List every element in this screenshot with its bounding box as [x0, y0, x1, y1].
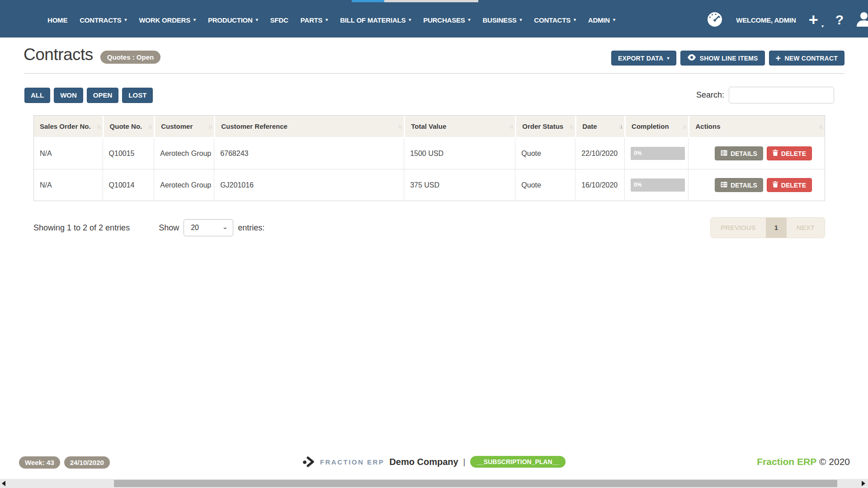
scroll-right-arrow-icon[interactable]	[862, 481, 865, 486]
nav-item-work-orders[interactable]: WORK ORDERS▾	[139, 16, 195, 24]
nav-item-contracts[interactable]: CONTRACTS▾	[80, 16, 127, 24]
column-header-sales-order-no[interactable]: Sales Order No.↑↓	[34, 116, 103, 138]
completion-progress-bar: 0%	[631, 178, 685, 192]
sort-icon: ↑↓	[208, 123, 211, 130]
cell-date: 22/10/2020	[575, 138, 624, 169]
cell-sales-order-no: N/A	[34, 169, 103, 201]
chevron-down-icon: ▾	[613, 18, 615, 22]
scrollbar-thumb[interactable]	[114, 480, 837, 487]
quick-add-button[interactable]: +▾	[809, 13, 823, 27]
chevron-down-icon: ▾	[821, 24, 824, 28]
cell-order-status: Quote	[515, 169, 575, 201]
cell-customer: Aerotech Group	[154, 138, 214, 169]
show-line-items-button[interactable]: SHOW LINE ITEMS	[680, 51, 765, 66]
cell-customer-reference: 6768243	[214, 138, 404, 169]
column-header-actions[interactable]: Actions↑↓	[688, 116, 825, 138]
separator: |	[463, 457, 466, 467]
company-name: Demo Company	[389, 457, 458, 467]
nav-item-production[interactable]: PRODUCTION▾	[208, 16, 258, 24]
filter-lost-button[interactable]: LOST	[122, 88, 153, 103]
chevron-down-icon: ▾	[409, 18, 411, 22]
nav-item-business[interactable]: BUSINESS▾	[482, 16, 522, 24]
main-navbar: HOME CONTRACTS▾ WORK ORDERS▾ PRODUCTION▾…	[0, 0, 868, 38]
cell-total-value: 375 USD	[404, 169, 515, 201]
chevron-down-icon: ▾	[125, 18, 127, 22]
fraction-erp-logo-icon	[302, 455, 315, 468]
nav-item-bill-of-materials[interactable]: BILL OF MATERIALS▾	[340, 16, 411, 24]
divider	[24, 73, 844, 74]
cell-quote-no: Q10015	[103, 138, 154, 169]
cell-sales-order-no: N/A	[34, 138, 103, 169]
chevron-down-icon: ▾	[193, 18, 196, 22]
user-profile-icon[interactable]	[856, 11, 868, 28]
welcome-user-link[interactable]: WELCOME, ADMIN	[736, 16, 796, 24]
horizontal-scrollbar[interactable]	[0, 479, 868, 488]
filter-won-button[interactable]: WON	[54, 88, 83, 103]
top-scrollbar-segment	[352, 0, 384, 2]
contracts-table: Sales Order No.↑↓ Quote No.↑↓ Customer↑↓…	[33, 115, 825, 201]
chevron-down-icon: ▾	[520, 18, 522, 22]
details-button[interactable]: DETAILS	[715, 146, 763, 160]
chevron-down-icon: ▾	[256, 18, 258, 22]
delete-button[interactable]: DELETE	[767, 178, 812, 192]
eye-icon	[687, 54, 696, 62]
sort-icon: ↑↓	[148, 123, 151, 130]
nav-item-purchases[interactable]: PURCHASES▾	[423, 16, 470, 24]
nav-item-parts[interactable]: PARTS▾	[301, 16, 328, 24]
cell-date: 16/10/2020	[575, 169, 624, 201]
plus-icon: +	[776, 55, 781, 61]
cell-customer: Aerotech Group	[154, 169, 214, 201]
export-data-button[interactable]: EXPORT DATA ▾	[611, 51, 676, 66]
cell-total-value: 1500 USD	[404, 138, 515, 169]
nav-item-contacts[interactable]: CONTACTS▾	[534, 16, 576, 24]
column-header-customer[interactable]: Customer↑↓	[154, 116, 214, 138]
trash-icon	[773, 181, 778, 189]
table-grid-icon	[721, 182, 727, 189]
details-button[interactable]: DETAILS	[715, 178, 763, 192]
chevron-down-icon: ▾	[574, 18, 576, 22]
top-scrollbar[interactable]	[0, 0, 868, 2]
sort-icon: ↑↓	[509, 123, 512, 130]
table-info: Showing 1 to 2 of 2 entries	[33, 223, 130, 233]
subscription-plan-badge: __SUBSCRIPTION_PLAN__	[470, 456, 566, 468]
previous-page-button[interactable]: PREVIOUS	[711, 218, 766, 238]
trash-icon	[773, 150, 778, 157]
help-icon[interactable]: ?	[835, 12, 844, 28]
table-row: N/A Q10015 Aerotech Group 6768243 1500 U…	[34, 138, 825, 169]
table-grid-icon	[721, 150, 727, 157]
search-input[interactable]	[729, 87, 834, 103]
footer: Week: 43 24/10/2020 FRACTION ERP Demo Co…	[0, 454, 868, 474]
column-header-quote-no[interactable]: Quote No.↑↓	[103, 116, 154, 138]
page-size-select[interactable]: 20 ⌄	[184, 219, 233, 236]
sort-icon: ↑↓	[569, 123, 572, 130]
entries-label: entries:	[238, 223, 264, 233]
filter-open-button[interactable]: OPEN	[87, 88, 119, 103]
brand-name: FRACTION ERP	[320, 458, 385, 466]
nav-item-sfdc[interactable]: SFDC	[270, 16, 288, 24]
column-header-total-value[interactable]: Total Value↑↓	[404, 116, 515, 138]
scroll-left-arrow-icon[interactable]	[2, 481, 5, 486]
chevron-down-icon: ▾	[468, 18, 471, 22]
new-contract-button[interactable]: + NEW CONTRACT	[769, 51, 844, 66]
column-header-date[interactable]: Date↑↓	[575, 116, 624, 138]
current-page-button[interactable]: 1	[766, 218, 787, 238]
cell-customer-reference: GJ201016	[214, 169, 404, 201]
dashboard-gauge-icon[interactable]	[706, 11, 723, 29]
delete-button[interactable]: DELETE	[767, 146, 812, 160]
filter-all-button[interactable]: ALL	[24, 88, 50, 103]
sort-icon: ↑↓	[398, 123, 401, 130]
column-header-order-status[interactable]: Order Status↑↓	[515, 116, 575, 138]
top-scrollbar-thumb[interactable]	[384, 0, 478, 2]
nav-item-admin[interactable]: ADMIN▾	[588, 16, 615, 24]
sort-icon: ↑↓	[819, 123, 822, 130]
copyright-brand: Fraction ERP	[757, 456, 816, 467]
next-page-button[interactable]: NEXT	[787, 218, 825, 238]
show-label: Show	[159, 223, 179, 233]
nav-item-home[interactable]: HOME	[47, 16, 67, 24]
column-header-completion[interactable]: Completion↑↓	[624, 116, 688, 138]
column-header-customer-reference[interactable]: Customer Reference↑↓	[214, 116, 404, 138]
sort-desc-icon: ↑↓	[618, 123, 622, 130]
nav-menu: HOME CONTRACTS▾ WORK ORDERS▾ PRODUCTION▾…	[47, 16, 615, 24]
cell-quote-no: Q10014	[103, 169, 154, 201]
status-badge: Quotes : Open	[100, 51, 160, 64]
